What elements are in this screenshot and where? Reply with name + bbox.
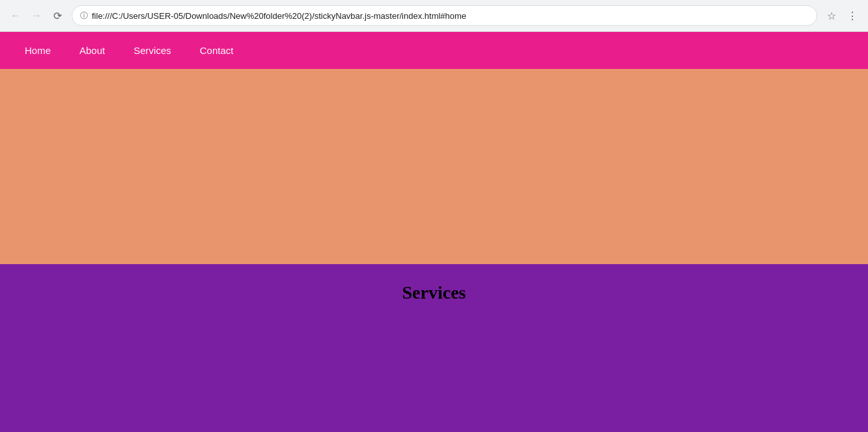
back-button[interactable]: ←	[7, 7, 25, 25]
lock-icon: ⓘ	[80, 10, 88, 21]
services-heading: Services	[402, 282, 466, 432]
nav-services[interactable]: Services	[119, 32, 186, 69]
browser-chrome: ← → ⟳ ⓘ file:///C:/Users/USER-05/Downloa…	[0, 0, 868, 32]
forward-button[interactable]: →	[27, 7, 46, 25]
nav-contact[interactable]: Contact	[186, 32, 248, 69]
bookmark-button[interactable]: ☆	[822, 7, 841, 25]
url-text: file:///C:/Users/USER-05/Downloads/New%2…	[92, 11, 809, 21]
navbar: Home About Services Contact	[0, 32, 868, 69]
section-services: Services	[0, 264, 868, 432]
browser-toolbar: ← → ⟳ ⓘ file:///C:/Users/USER-05/Downloa…	[0, 0, 868, 31]
nav-home[interactable]: Home	[10, 32, 65, 69]
section-home	[0, 69, 868, 264]
address-bar[interactable]: ⓘ file:///C:/Users/USER-05/Downloads/New…	[72, 5, 817, 26]
reload-button[interactable]: ⟳	[48, 7, 66, 25]
menu-button[interactable]: ⋮	[843, 7, 861, 25]
nav-buttons: ← → ⟳	[7, 7, 66, 25]
page-content[interactable]: Home About Services Contact Services	[0, 32, 868, 432]
nav-about[interactable]: About	[65, 32, 119, 69]
browser-actions: ☆ ⋮	[822, 7, 861, 25]
